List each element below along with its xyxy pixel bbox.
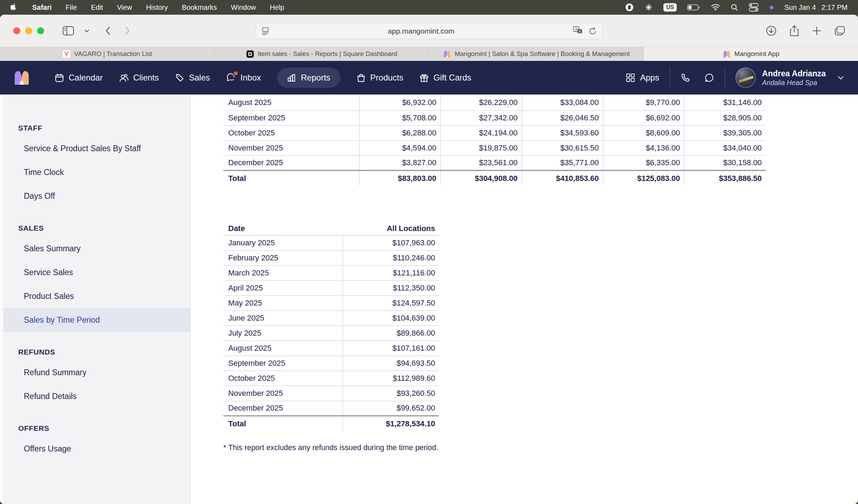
url-text[interactable]: app.mangomint.com bbox=[270, 27, 573, 35]
tab-title: VAGARO | Transaction List bbox=[74, 50, 152, 58]
table-cell: $6,692.00 bbox=[603, 110, 684, 125]
table-cell: $6,932.00 bbox=[359, 95, 440, 110]
reload-icon[interactable] bbox=[588, 27, 597, 36]
menu-time-value: 2:17 PM bbox=[822, 4, 847, 12]
table-cell: September 2025 bbox=[223, 356, 343, 371]
tab-vagaro[interactable]: VAGARO | Transaction List bbox=[0, 47, 215, 61]
tab-square-dashboard[interactable]: Item sales - Sales - Reports | Square Da… bbox=[215, 47, 429, 61]
recording-indicator-icon[interactable] bbox=[625, 3, 634, 12]
menu-window[interactable]: Window bbox=[231, 4, 256, 12]
table-row: December 2025$99,652.00 bbox=[223, 401, 439, 416]
apple-menu-icon[interactable] bbox=[11, 3, 18, 12]
sidebar-item-days-off[interactable]: Days Off bbox=[0, 184, 190, 208]
table-total-row: Total $83,803.00 $304,908.00 $410,853.60… bbox=[223, 170, 766, 186]
table-cell: $34,593.60 bbox=[522, 125, 603, 140]
sidebar-item-product-sales[interactable]: Product Sales bbox=[0, 284, 190, 308]
tab-mangomint-site[interactable]: Mangomint | Salon & Spa Software | Booki… bbox=[429, 47, 644, 61]
chat-bubble-icon bbox=[704, 73, 714, 83]
sidebar-chevron-button[interactable] bbox=[84, 29, 90, 33]
back-button[interactable] bbox=[104, 26, 111, 36]
share-button[interactable] bbox=[789, 25, 799, 37]
table-row: July 2025$89,866.00 bbox=[223, 326, 439, 341]
page-format-icon[interactable] bbox=[261, 26, 270, 36]
table-total-row: Total $1,278,534.10 bbox=[223, 416, 439, 431]
forward-button[interactable] bbox=[124, 26, 131, 36]
tab-mangomint-app[interactable]: Mangomint App bbox=[644, 47, 858, 61]
translate-icon[interactable]: Ax bbox=[573, 26, 583, 36]
asterisk-menu-icon[interactable] bbox=[644, 3, 653, 12]
sidebar-item-offers-usage[interactable]: Offers Usage bbox=[0, 437, 190, 461]
report-footnote: * This report excludes any refunds issue… bbox=[223, 443, 858, 452]
sidebar-toggle-button[interactable] bbox=[62, 26, 74, 36]
menu-edit[interactable]: Edit bbox=[91, 4, 103, 12]
account-menu[interactable]: Andrea Adrianza Andalia Head Spa bbox=[735, 68, 845, 88]
menu-file[interactable]: File bbox=[66, 4, 77, 12]
spotlight-search-icon[interactable] bbox=[731, 4, 738, 11]
battery-icon[interactable] bbox=[687, 4, 700, 10]
table-cell: $83,803.00 bbox=[359, 170, 440, 186]
square-favicon bbox=[246, 50, 254, 58]
table-header-row: Date All Locations bbox=[223, 222, 439, 235]
table-cell: February 2025 bbox=[223, 250, 343, 265]
column-header-date: Date bbox=[223, 222, 343, 235]
wifi-icon[interactable] bbox=[711, 4, 720, 11]
tab-overview-button[interactable] bbox=[834, 26, 845, 36]
table-row: June 2025$104,639.00 bbox=[223, 310, 439, 326]
reports-sidebar: STAFF Service & Product Sales By Staff T… bbox=[0, 94, 191, 504]
tag-icon bbox=[175, 73, 184, 83]
menu-bookmarks[interactable]: Bookmarks bbox=[182, 4, 217, 12]
nav-item-apps[interactable]: Apps bbox=[626, 73, 659, 83]
sidebar-item-refund-summary[interactable]: Refund Summary bbox=[0, 360, 190, 384]
nav-item-gift-cards[interactable]: Gift Cards bbox=[419, 73, 471, 83]
sidebar-item-service-sales[interactable]: Service Sales bbox=[0, 260, 190, 284]
table-cell: $4,594.00 bbox=[359, 140, 440, 155]
address-bar[interactable]: app.mangomint.com Ax bbox=[255, 23, 602, 39]
sidebar-item-refund-details[interactable]: Refund Details bbox=[0, 384, 190, 408]
menu-help[interactable]: Help bbox=[270, 4, 284, 12]
chat-button[interactable] bbox=[704, 73, 714, 83]
table-cell: October 2025 bbox=[223, 125, 359, 140]
nav-item-products[interactable]: Products bbox=[356, 73, 404, 83]
table-cell: $30,615.50 bbox=[522, 140, 603, 155]
table-cell: $3,827.00 bbox=[359, 155, 440, 170]
table-cell: August 2025 bbox=[223, 341, 343, 356]
nav-item-clients[interactable]: Clients bbox=[119, 73, 159, 83]
macos-menu-bar: Safari File Edit View History Bookmarks … bbox=[0, 0, 858, 15]
menu-history[interactable]: History bbox=[146, 4, 168, 12]
menu-app-name[interactable]: Safari bbox=[32, 4, 52, 12]
nav-item-calendar[interactable]: Calendar bbox=[55, 73, 103, 83]
menu-view[interactable]: View bbox=[117, 4, 132, 12]
inbox-notification-badge bbox=[233, 70, 239, 76]
table-row: October 2025$6,288.00$24,194.00$34,593.6… bbox=[223, 125, 766, 140]
minimize-window-button[interactable] bbox=[25, 27, 32, 34]
menu-clock[interactable]: Sun Jan 4 2:17 PM bbox=[784, 4, 847, 12]
table-cell: August 2025 bbox=[223, 95, 359, 110]
table-cell: September 2025 bbox=[223, 110, 359, 125]
nav-label: Reports bbox=[301, 73, 330, 83]
nav-item-inbox[interactable]: Inbox bbox=[226, 73, 261, 83]
phone-button[interactable] bbox=[681, 73, 690, 83]
sidebar-item-time-clock[interactable]: Time Clock bbox=[0, 160, 190, 184]
sidebar-item-sales-by-time-period[interactable]: Sales by Time Period bbox=[0, 308, 190, 332]
mangomint-logo[interactable] bbox=[13, 70, 30, 85]
table-cell: $110,246.00 bbox=[343, 250, 439, 265]
nav-item-reports[interactable]: Reports bbox=[277, 68, 340, 88]
zoom-window-button[interactable] bbox=[37, 27, 44, 34]
control-center-icon[interactable] bbox=[749, 3, 759, 12]
nav-label: Inbox bbox=[240, 73, 261, 83]
all-locations-table: Date All Locations January 2025$107,963.… bbox=[223, 222, 439, 431]
table-cell: July 2025 bbox=[223, 326, 343, 341]
menu-date: Sun Jan 4 bbox=[784, 4, 816, 12]
table-cell: $33,084.00 bbox=[522, 95, 603, 110]
sidebar-item-sales-summary[interactable]: Sales Summary bbox=[0, 237, 190, 260]
table-cell: $34,040.00 bbox=[684, 140, 766, 155]
nav-item-sales[interactable]: Sales bbox=[175, 73, 210, 83]
gift-icon bbox=[419, 73, 429, 83]
table-cell: November 2025 bbox=[223, 140, 359, 155]
table-cell: $23,561.00 bbox=[440, 155, 522, 170]
downloads-button[interactable] bbox=[766, 25, 777, 36]
keyboard-layout-badge[interactable]: US bbox=[663, 3, 677, 12]
sidebar-item-service-product-sales-by-staff[interactable]: Service & Product Sales By Staff bbox=[0, 136, 190, 160]
close-window-button[interactable] bbox=[13, 27, 20, 34]
new-tab-button[interactable] bbox=[812, 26, 822, 36]
